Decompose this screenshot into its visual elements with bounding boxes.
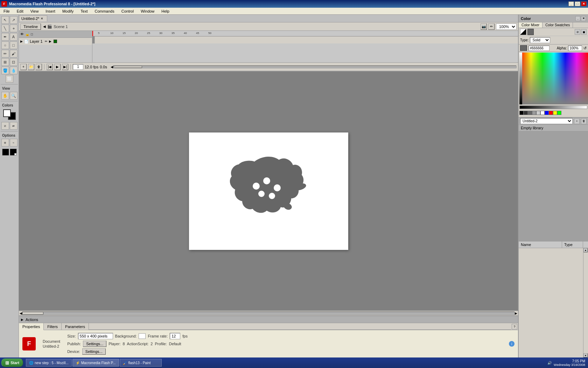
- color-grid-canvas[interactable]: [519, 53, 588, 104]
- menu-insert[interactable]: Insert: [43, 8, 57, 14]
- tool-brush[interactable]: 🖌: [10, 50, 18, 57]
- option-snap[interactable]: ⊕: [1, 139, 9, 146]
- menu-window[interactable]: Window: [139, 8, 156, 14]
- tool-no-color[interactable]: ⊘: [1, 122, 9, 130]
- fill-color-btn[interactable]: [527, 29, 534, 35]
- menu-view[interactable]: View: [28, 8, 41, 14]
- minimize-button[interactable]: _: [568, 1, 574, 6]
- prop-info-icon[interactable]: i: [509, 341, 514, 347]
- taskbar-item-0[interactable]: 🌐 new step : 5 - Mozill...: [26, 359, 72, 367]
- taskbar-item-2[interactable]: 🖌️ flash13 - Paint: [120, 359, 162, 367]
- menu-commands[interactable]: Commands: [92, 8, 116, 14]
- device-settings-btn[interactable]: Settings...: [82, 348, 106, 355]
- timeline-button[interactable]: Timeline: [20, 23, 41, 30]
- lib-scroll-up[interactable]: ▲: [583, 248, 588, 252]
- edit-icon[interactable]: ✏: [488, 23, 495, 30]
- tool-text[interactable]: A: [10, 33, 18, 41]
- menu-text[interactable]: Text: [78, 8, 90, 14]
- tool-subselect[interactable]: ↗: [10, 16, 18, 24]
- bg-color-swatch[interactable]: [139, 333, 146, 339]
- color-none-btn[interactable]: ⊘: [575, 29, 580, 35]
- play-btn[interactable]: ▶: [54, 64, 61, 70]
- tool-swap-colors[interactable]: ⇄: [10, 122, 18, 130]
- color-mixer-tab[interactable]: Color Mixer: [519, 22, 542, 28]
- swatch-black[interactable]: [519, 111, 524, 115]
- tool-eyedropper[interactable]: 💧: [10, 67, 18, 74]
- tool-lasso[interactable]: ⌖: [10, 25, 18, 32]
- hex-color-swatch[interactable]: [520, 45, 527, 51]
- tool-oval[interactable]: ○: [1, 41, 9, 49]
- start-button[interactable]: ⊞ Start: [1, 359, 23, 367]
- tool-freexform[interactable]: ⊞: [1, 58, 9, 66]
- alpha-input[interactable]: [568, 46, 582, 51]
- taskbar-item-1[interactable]: ⚡ Macromedia Flash P...: [72, 359, 119, 367]
- prop-info-btn[interactable]: ?: [512, 324, 517, 329]
- h-scroll-thumb[interactable]: [22, 312, 43, 315]
- add-folder-btn[interactable]: 📁: [28, 64, 34, 70]
- title-bar-buttons[interactable]: _ □ ✕: [568, 1, 587, 6]
- swatch-white[interactable]: [540, 111, 545, 115]
- tab-parameters[interactable]: Parameters: [62, 323, 89, 330]
- publish-settings-btn[interactable]: Settings...: [83, 341, 106, 347]
- h-scroll-left-btn[interactable]: ◀: [20, 312, 22, 315]
- size-input[interactable]: [78, 333, 113, 339]
- maximize-button[interactable]: □: [575, 1, 580, 6]
- swatch-dark[interactable]: [524, 111, 528, 115]
- menu-file[interactable]: File: [1, 8, 12, 14]
- swatch-green[interactable]: [557, 111, 561, 115]
- tool-inkbucket[interactable]: 🪣: [1, 67, 9, 74]
- swatch-mid[interactable]: [528, 111, 532, 115]
- volume-icon[interactable]: 🔊: [547, 361, 552, 365]
- delete-layer-btn[interactable]: 🗑: [36, 64, 42, 70]
- tool-line[interactable]: ╲: [1, 25, 9, 32]
- back-frame-btn[interactable]: |◀: [47, 64, 53, 70]
- swatch-lighter[interactable]: [536, 111, 540, 115]
- menu-control[interactable]: Control: [119, 8, 136, 14]
- timeline-scrollbar-thumb[interactable]: [114, 66, 142, 68]
- close-button[interactable]: ✕: [581, 1, 587, 6]
- tool-zoom[interactable]: 🔍: [10, 92, 18, 100]
- menu-help[interactable]: Help: [159, 8, 172, 14]
- stroke-fill-icon[interactable]: [520, 29, 526, 35]
- tool-arrow[interactable]: ↖: [1, 16, 9, 24]
- tool-rect[interactable]: □: [10, 41, 18, 49]
- refresh-icon[interactable]: ↺: [583, 46, 587, 50]
- menu-modify[interactable]: Modify: [60, 8, 76, 14]
- color-panel-close[interactable]: ✕: [581, 16, 586, 21]
- alpha-label: Alpha:: [557, 46, 567, 50]
- library-dropdown[interactable]: Untitled-2: [520, 118, 573, 124]
- forward-frame-btn[interactable]: ▶|: [62, 64, 68, 70]
- color-swatches-tab[interactable]: Color Swatches: [542, 22, 573, 28]
- hex-input[interactable]: [528, 46, 550, 51]
- type-select[interactable]: Solid Linear Radial Bitmap: [530, 37, 550, 43]
- color-panel-minimize[interactable]: _: [575, 16, 580, 21]
- swatch-yellow[interactable]: [553, 111, 557, 115]
- lib-scroll-down[interactable]: ▼: [583, 353, 588, 357]
- tool-pencil[interactable]: ✏: [1, 50, 9, 57]
- tab-properties[interactable]: Properties: [19, 323, 44, 330]
- swatch-red[interactable]: [549, 111, 553, 115]
- add-layer-btn[interactable]: +: [20, 64, 27, 70]
- zoom-select[interactable]: 100% 50% 200%: [496, 23, 517, 30]
- current-frame-input[interactable]: [73, 64, 83, 70]
- option-smooth[interactable]: ≈: [10, 139, 18, 146]
- tool-eraser[interactable]: ⬜: [6, 75, 13, 83]
- tab-filters[interactable]: Filters: [44, 323, 62, 330]
- fill-color-swatch[interactable]: [3, 109, 11, 117]
- tool-fill[interactable]: ⊡: [10, 58, 18, 66]
- color-black-btn[interactable]: ◼: [581, 29, 587, 35]
- swatch-blue[interactable]: [545, 111, 549, 115]
- fps-input[interactable]: [170, 333, 180, 339]
- tool-pen[interactable]: ✒: [1, 33, 9, 41]
- camera-icon[interactable]: 📷: [481, 23, 487, 30]
- option-black[interactable]: [2, 149, 9, 156]
- lib-delete-btn[interactable]: 🗑: [581, 118, 587, 124]
- scroll-left-btn[interactable]: ◀: [111, 65, 113, 69]
- h-scroll-right-btn[interactable]: ▶: [515, 312, 517, 315]
- swatch-light[interactable]: [532, 111, 536, 115]
- tool-hand[interactable]: ✋: [1, 92, 9, 100]
- document-tab[interactable]: Untitled-2* ✕: [19, 15, 47, 21]
- lib-new-btn[interactable]: +: [574, 118, 580, 124]
- document-tab-close[interactable]: ✕: [41, 17, 43, 20]
- menu-edit[interactable]: Edit: [15, 8, 26, 14]
